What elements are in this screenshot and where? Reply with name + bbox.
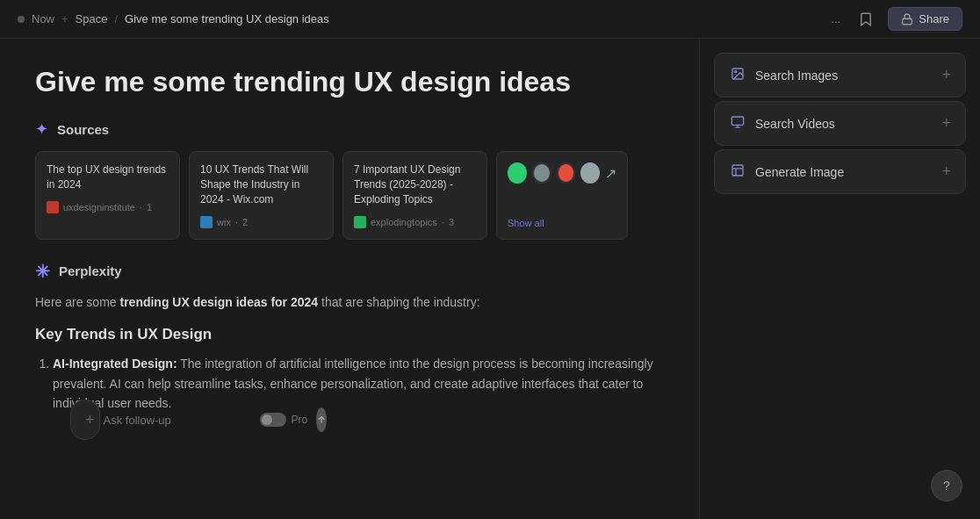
intro-end: that are shaping the industry: — [321, 295, 480, 309]
sidebar-videos-plus-icon: + — [941, 114, 951, 133]
sources-header: ✦ Sources — [35, 119, 664, 139]
generate-image-icon — [729, 163, 746, 181]
top-bar-actions: ... Share — [827, 7, 962, 31]
trend-list: AI-Integrated Design: The integration of… — [35, 354, 664, 413]
content-scroll: Give me some trending UX design ideas ✦ … — [35, 65, 664, 493]
share-label: Share — [919, 12, 949, 25]
svg-rect-0 — [903, 18, 912, 24]
sources-row: The top UX design trends in 2024 uxdesig… — [35, 151, 664, 239]
show-all-link[interactable]: Show all — [508, 218, 616, 228]
now-dot — [18, 16, 25, 23]
share-button[interactable]: Share — [888, 7, 962, 31]
svg-point-3 — [735, 70, 737, 72]
key-trends-heading: Key Trends in UX Design — [35, 326, 664, 343]
top-bar: Now + Space / Give me some trending UX d… — [0, 0, 980, 39]
source-favicon-3 — [354, 216, 366, 228]
source-card-title-3: 7 Important UX Design Trends (2025-2028)… — [354, 162, 476, 206]
source-favicon-1 — [47, 201, 59, 213]
intro-text: Here are some trending UX design ideas f… — [35, 292, 664, 312]
source-dot-3: · — [442, 217, 444, 227]
sidebar-generate-image[interactable]: Generate Image + — [714, 149, 966, 194]
source-card-3[interactable]: 7 Important UX Design Trends (2025-2028)… — [342, 151, 487, 239]
sidebar-generate-left: Generate Image — [729, 163, 844, 181]
sidebar-images-label: Search Images — [755, 68, 838, 83]
breadcrumb-slash: / — [114, 12, 118, 25]
follow-up-plus-icon[interactable]: + — [85, 411, 95, 429]
sources-label: Sources — [57, 122, 109, 137]
breadcrumb: Now + Space / Give me some trending UX d… — [18, 12, 329, 25]
breadcrumb-current: Give me some trending UX design ideas — [125, 12, 329, 25]
help-button[interactable]: ? — [931, 470, 962, 501]
source-card-1[interactable]: The top UX design trends in 2024 uxdesig… — [35, 151, 180, 239]
intro-bold: trending UX design ideas for 2024 — [119, 295, 318, 309]
pro-label: Pro — [292, 414, 308, 426]
source-card-meta-2: wix · 2 — [200, 216, 322, 228]
send-button[interactable] — [316, 407, 327, 432]
sources-section: ✦ Sources The top UX design trends in 20… — [35, 119, 664, 239]
source-card-meta-1: uxdesigninstitute · 1 — [47, 201, 169, 213]
content-area: Give me some trending UX design ideas ✦ … — [0, 39, 699, 519]
bookmark-button[interactable] — [854, 8, 877, 31]
perplexity-header: ✳ Perplexity — [35, 261, 664, 282]
source-icons-card: ↗ Show all — [496, 151, 628, 239]
perplexity-section: ✳ Perplexity Here are some trending UX d… — [35, 261, 664, 414]
perplexity-icon: ✳ — [35, 261, 50, 282]
search-videos-icon — [729, 115, 746, 133]
search-images-icon — [729, 67, 746, 84]
perplexity-label: Perplexity — [59, 263, 122, 278]
more-button[interactable]: ... — [827, 9, 844, 29]
source-site-2: wix — [217, 217, 231, 227]
source-dot-2: · — [235, 217, 238, 227]
pro-toggle[interactable]: Pro — [260, 413, 308, 427]
source-num-2: 2 — [242, 217, 248, 227]
source-dot-1: · — [140, 202, 142, 213]
source-favicon-2 — [200, 216, 213, 228]
sidebar-videos-label: Search Videos — [755, 117, 835, 131]
trend-item-1: AI-Integrated Design: The integration of… — [53, 354, 664, 413]
toggle-track — [260, 413, 286, 427]
circle-icon-gray — [532, 162, 551, 184]
sources-icon: ✦ — [35, 119, 48, 139]
arrow-icon: ↗ — [605, 165, 616, 182]
toggle-thumb — [262, 414, 272, 425]
help-label: ? — [943, 479, 950, 493]
page-title: Give me some trending UX design ideas — [35, 65, 664, 98]
sidebar-search-videos[interactable]: Search Videos + — [714, 101, 966, 146]
source-site-3: explodingtopics — [371, 217, 437, 227]
circle-icon-red — [557, 162, 576, 184]
sidebar-images-plus-icon: + — [941, 66, 951, 84]
source-num-1: 1 — [147, 202, 152, 213]
svg-rect-7 — [732, 165, 743, 176]
source-icon-row: ↗ — [508, 162, 616, 184]
main-layout: Give me some trending UX design ideas ✦ … — [0, 39, 980, 519]
source-num-3: 3 — [449, 217, 454, 227]
space-label[interactable]: Space — [76, 12, 108, 25]
follow-up-bar: + Pro — [70, 400, 100, 440]
intro-start: Here are some — [35, 295, 117, 309]
source-card-2[interactable]: 10 UX Trends That Will Shape the Industr… — [189, 151, 334, 239]
source-card-title-1: The top UX design trends in 2024 — [47, 162, 169, 192]
trend-bold-1: AI-Integrated Design: — [53, 357, 177, 371]
circle-icon-green — [508, 162, 527, 184]
sidebar-search-images[interactable]: Search Images + — [714, 53, 966, 97]
follow-up-input[interactable] — [104, 414, 251, 427]
source-card-meta-3: explodingtopics · 3 — [354, 216, 476, 228]
sidebar-videos-left: Search Videos — [729, 115, 835, 133]
now-label: Now — [32, 12, 54, 25]
sidebar-images-left: Search Images — [729, 67, 838, 84]
source-site-1: uxdesigninstitute — [63, 202, 135, 213]
sidebar-generate-label: Generate Image — [755, 165, 844, 179]
sidebar-generate-plus-icon: + — [941, 162, 951, 181]
svg-rect-4 — [731, 117, 743, 125]
sidebar: Search Images + Search Videos + — [699, 39, 980, 519]
circle-icon-light — [580, 162, 600, 184]
breadcrumb-separator: + — [61, 12, 68, 25]
source-card-title-2: 10 UX Trends That Will Shape the Industr… — [200, 162, 322, 206]
